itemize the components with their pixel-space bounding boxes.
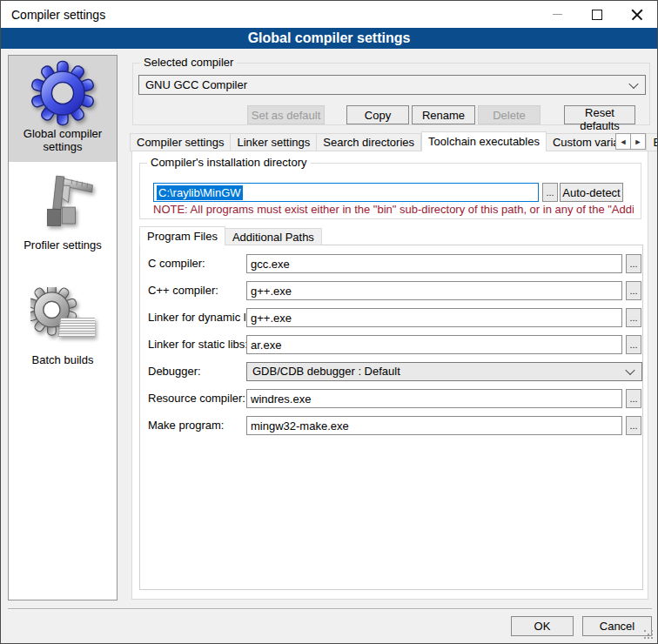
sidebar-item-global-compiler-settings[interactable]: Global compiler settings xyxy=(9,56,117,162)
cpp-compiler-input[interactable] xyxy=(246,281,622,300)
caliper-icon xyxy=(10,171,115,238)
installation-directory-selected-text: C:\raylib\MinGW xyxy=(157,185,243,200)
installation-directory-legend: Compiler's installation directory xyxy=(147,156,311,169)
chevron-down-icon xyxy=(625,366,634,375)
c-compiler-input[interactable] xyxy=(246,254,622,273)
installation-directory-input[interactable]: C:\raylib\MinGW xyxy=(153,183,539,202)
program-files-tabstrip: Program Files Additional Paths xyxy=(139,226,322,245)
selected-compiler-legend: Selected compiler xyxy=(140,56,237,69)
debugger-label: Debugger: xyxy=(148,365,201,378)
window-controls xyxy=(537,1,657,28)
make-program-row: Make program: ... xyxy=(140,416,642,435)
cpp-compiler-browse-button[interactable]: ... xyxy=(626,281,641,300)
installation-directory-browse-button[interactable]: ... xyxy=(542,183,558,202)
maximize-button[interactable] xyxy=(577,1,617,28)
debugger-select[interactable]: GDB/CDB debugger : Default xyxy=(246,362,642,381)
make-program-label: Make program: xyxy=(148,419,224,432)
main-tabstrip: Compiler settings Linker settings Search… xyxy=(130,131,658,151)
right-arrow-icon: ► xyxy=(634,138,642,146)
sidebar-item-batch-builds[interactable]: Batch builds xyxy=(9,282,117,374)
resize-grip[interactable] xyxy=(644,630,654,640)
debugger-select-value: GDB/CDB debugger : Default xyxy=(252,365,400,378)
compiler-settings-window: Compiler settings Global compiler settin… xyxy=(0,0,658,644)
debugger-row: Debugger: GDB/CDB debugger : Default xyxy=(140,362,642,381)
installation-note-text: NOTE: All programs must exist either in … xyxy=(153,203,634,216)
sidebar-item-label: Profiler settings xyxy=(24,238,102,252)
tab-compiler-settings[interactable]: Compiler settings xyxy=(130,133,231,151)
window-title: Compiler settings xyxy=(11,8,105,22)
sidebar-item-profiler-settings[interactable]: Profiler settings xyxy=(9,167,117,259)
tab-scroll-right-button[interactable]: ► xyxy=(630,133,646,150)
resource-compiler-browse-button[interactable]: ... xyxy=(626,389,641,408)
tab-build-options[interactable]: Build options xyxy=(647,133,658,151)
footer-divider xyxy=(8,608,652,610)
dialog-banner-title: Global compiler settings xyxy=(1,28,657,49)
ok-button[interactable]: OK xyxy=(511,616,574,636)
chevron-down-icon xyxy=(628,78,638,88)
toolchain-executables-page: Compiler's installation directory C:\ray… xyxy=(131,151,648,600)
make-program-browse-button[interactable]: ... xyxy=(626,416,641,435)
reset-defaults-button[interactable]: Reset defaults xyxy=(564,105,635,124)
tab-search-directories[interactable]: Search directories xyxy=(317,133,421,151)
compiler-select-value: GNU GCC Compiler xyxy=(145,78,247,91)
dynamic-linker-row: Linker for dynamic libs: ... xyxy=(140,308,642,327)
dynamic-linker-browse-button[interactable]: ... xyxy=(626,308,641,327)
sidebar-item-label: Batch builds xyxy=(32,353,94,366)
c-compiler-label: C compiler: xyxy=(148,257,205,270)
tab-scroll-left-button[interactable]: ◄ xyxy=(615,133,631,150)
resource-compiler-row: Resource compiler: ... xyxy=(140,389,642,408)
gray-gear-papers-icon xyxy=(10,285,115,353)
compiler-select[interactable]: GNU GCC Compiler xyxy=(138,75,646,95)
close-button[interactable] xyxy=(617,1,657,28)
tab-toolchain-executables[interactable]: Toolchain executables xyxy=(421,131,547,151)
titlebar: Compiler settings xyxy=(1,1,657,28)
tab-scroll-buttons: ◄ ► xyxy=(615,133,646,150)
c-compiler-browse-button[interactable]: ... xyxy=(626,254,641,273)
dynamic-linker-input[interactable] xyxy=(246,308,622,327)
cpp-compiler-row: C++ compiler: ... xyxy=(140,281,642,300)
tab-additional-paths[interactable]: Additional Paths xyxy=(225,228,322,245)
close-icon xyxy=(631,9,643,21)
minimize-button[interactable] xyxy=(537,1,577,28)
left-arrow-icon: ◄ xyxy=(620,138,628,146)
make-program-input[interactable] xyxy=(246,416,622,435)
settings-category-list: Global compiler settings Profiler settin… xyxy=(8,55,118,600)
cancel-button[interactable]: Cancel xyxy=(582,616,652,636)
tab-linker-settings[interactable]: Linker settings xyxy=(231,133,317,151)
maximize-icon xyxy=(592,10,602,20)
cpp-compiler-label: C++ compiler: xyxy=(148,284,218,297)
static-linker-label: Linker for static libs: xyxy=(148,338,248,351)
sidebar-item-label: Global compiler settings xyxy=(24,127,102,153)
static-linker-input[interactable] xyxy=(246,335,622,354)
delete-button[interactable]: Delete xyxy=(478,105,540,124)
set-as-default-button[interactable]: Set as default xyxy=(247,105,325,124)
blue-gear-icon xyxy=(10,59,115,127)
static-linker-row: Linker for static libs: ... xyxy=(140,335,642,354)
program-files-page: C compiler: ... C++ compiler: ... Linker… xyxy=(139,245,643,590)
resource-compiler-input[interactable] xyxy=(246,389,622,408)
c-compiler-row: C compiler: ... xyxy=(140,254,642,273)
copy-button[interactable]: Copy xyxy=(346,105,409,124)
static-linker-browse-button[interactable]: ... xyxy=(626,335,641,354)
auto-detect-button[interactable]: Auto-detect xyxy=(560,183,623,202)
resource-compiler-label: Resource compiler: xyxy=(148,392,245,405)
rename-button[interactable]: Rename xyxy=(412,105,475,124)
tab-program-files[interactable]: Program Files xyxy=(139,226,225,245)
minimize-icon xyxy=(553,14,562,15)
